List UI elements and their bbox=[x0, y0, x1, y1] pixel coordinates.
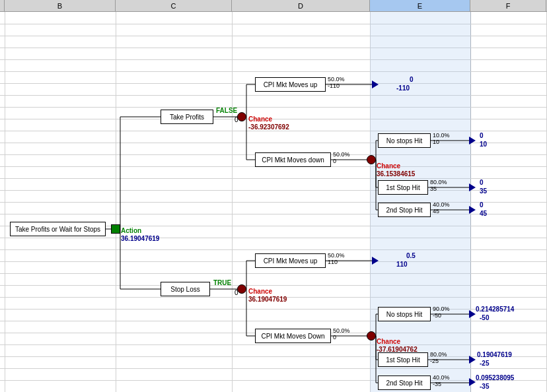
chance3-label: Chance bbox=[377, 162, 400, 170]
stop2-1-num: 45 bbox=[433, 208, 439, 214]
stop1-1-num: 35 bbox=[430, 185, 437, 192]
stop2-2-v1: 0.095238095 bbox=[476, 374, 514, 381]
cpi-up2-num: 110 bbox=[328, 259, 338, 265]
spreadsheet: B C D E F bbox=[0, 0, 547, 392]
take-profits-node: Take Profits bbox=[161, 110, 213, 124]
arrow-stop2-1 bbox=[469, 206, 476, 214]
chance4-label: Chance bbox=[377, 338, 400, 345]
stop2-2-node: 2nd Stop Hit bbox=[378, 376, 431, 390]
stop-loss-node: Stop Loss bbox=[161, 282, 210, 296]
stop1-2-v2: -25 bbox=[480, 360, 489, 367]
cpi-down2-val: 0 bbox=[333, 334, 336, 341]
cpi-down1-val: 0 bbox=[333, 158, 336, 164]
stop2-2-num: -35 bbox=[433, 381, 441, 387]
no-stops1-pct: 10.0% bbox=[433, 132, 450, 139]
no-stops1-num: 10 bbox=[433, 139, 439, 145]
cpi-down1-pct: 50.0% bbox=[333, 151, 350, 158]
arrow-no-stops2 bbox=[469, 310, 476, 318]
false-label: FALSE bbox=[216, 107, 237, 114]
grid-area: Take Profits or Wait for Stops Action 36… bbox=[0, 12, 547, 392]
col-header-b[interactable]: B bbox=[5, 0, 116, 11]
stop2-1-node: 2nd Stop Hit bbox=[378, 203, 431, 217]
no-stops2-v1: 0.214285714 bbox=[476, 306, 514, 313]
circle-node-3 bbox=[367, 155, 376, 164]
cpi-up2-pct: 50.0% bbox=[328, 252, 345, 259]
cpi-down2-node: CPI Mkt Moves Down bbox=[255, 329, 331, 343]
cpi-up2-node: CPI Mkt Moves up bbox=[255, 253, 326, 268]
root-node: Take Profits or Wait for Stops bbox=[10, 222, 106, 236]
cpi-down1-node: CPI Mkt Moves down bbox=[255, 152, 331, 167]
chance3-val: 36.15384615 bbox=[377, 170, 415, 178]
true-label: TRUE bbox=[213, 279, 231, 286]
chance2-val: 36.19047619 bbox=[248, 296, 287, 303]
col-header-d[interactable]: D bbox=[232, 0, 370, 11]
action-value: 36.19047619 bbox=[121, 235, 159, 242]
up1-e-val1: 0 bbox=[410, 76, 414, 83]
chance2-label: Chance bbox=[248, 288, 272, 295]
stop2-1-v1: 0 bbox=[480, 201, 484, 209]
circle-node-4 bbox=[367, 331, 376, 341]
square-decision-node bbox=[111, 224, 120, 234]
stop2-2-pct: 40.0% bbox=[433, 374, 450, 381]
cpi-up1-val0: -110 bbox=[328, 82, 340, 89]
no-stops1-v1: 0 bbox=[480, 132, 484, 139]
arrow-stop1-1 bbox=[469, 183, 476, 191]
stop1-1-node: 1st Stop Hit bbox=[378, 180, 428, 195]
up2-e-val1: 0.5 bbox=[406, 252, 416, 259]
stop2-2-v2: -35 bbox=[480, 383, 489, 390]
up2-e-val2: 110 bbox=[396, 261, 408, 268]
stop1-2-pct: 80.0% bbox=[430, 351, 447, 358]
stop1-2-num: -25 bbox=[430, 358, 439, 364]
no-stops2-num: -50 bbox=[433, 312, 441, 319]
no-stops1-node: No stops Hit bbox=[378, 133, 431, 148]
up1-e-val2: -110 bbox=[396, 84, 410, 92]
arrow-stop1-2 bbox=[469, 356, 476, 364]
stop2-1-v2: 45 bbox=[480, 210, 487, 217]
cpi-up1-pct: 50.0% bbox=[328, 76, 345, 82]
col-header-f[interactable]: F bbox=[470, 0, 546, 11]
arrow-up1 bbox=[372, 81, 379, 88]
circle-node-1 bbox=[237, 112, 246, 121]
column-headers: B C D E F bbox=[0, 0, 547, 12]
stop1-2-node: 1st Stop Hit bbox=[378, 352, 428, 367]
col-header-c[interactable]: C bbox=[116, 0, 232, 11]
arrow-up2 bbox=[372, 257, 379, 265]
arrow-stop2-2 bbox=[469, 378, 476, 386]
cpi-up1-node: CPI Mkt Moves up bbox=[255, 77, 326, 92]
arrow-no-stops1 bbox=[469, 137, 476, 145]
stop1-1-v1: 0 bbox=[480, 179, 484, 186]
stop2-1-pct: 40.0% bbox=[433, 201, 450, 208]
stop1-1-pct: 80.0% bbox=[430, 179, 447, 185]
col-header-e[interactable]: E bbox=[370, 0, 470, 11]
circle-node-2 bbox=[237, 284, 246, 294]
action-label: Action bbox=[121, 227, 141, 234]
chance1-val: -36.92307692 bbox=[248, 123, 289, 131]
stop1-1-v2: 35 bbox=[480, 187, 487, 195]
stop1-2-v1: 0.19047619 bbox=[477, 351, 512, 358]
no-stops2-pct: 90.0% bbox=[433, 306, 450, 312]
no-stops2-v2: -50 bbox=[480, 314, 489, 321]
chance1-label: Chance bbox=[248, 115, 272, 123]
cpi-down2-pct: 50.0% bbox=[333, 327, 350, 334]
no-stops1-v2: 10 bbox=[480, 141, 487, 148]
no-stops2-node: No stops Hit bbox=[378, 307, 431, 321]
